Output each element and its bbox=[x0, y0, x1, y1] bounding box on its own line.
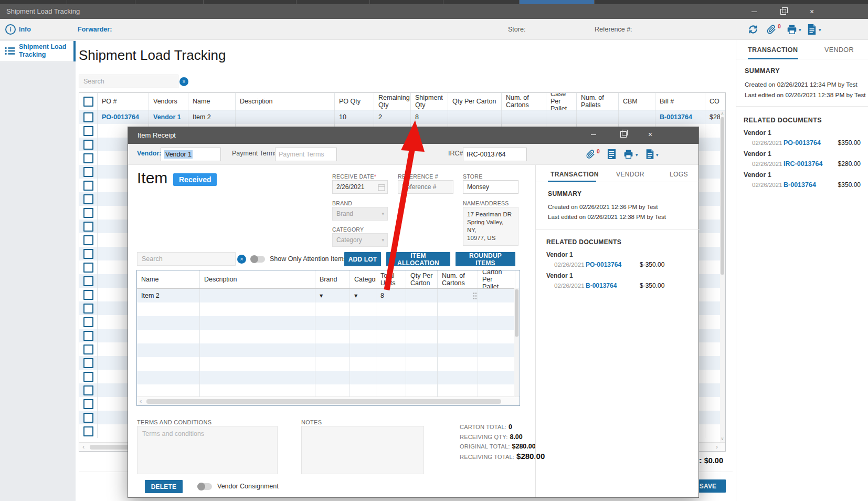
top-tab[interactable] bbox=[370, 0, 443, 4]
row-checkbox[interactable] bbox=[83, 385, 93, 395]
row-checkbox[interactable] bbox=[83, 358, 93, 368]
cell-carton-per-pallet[interactable] bbox=[478, 289, 515, 302]
col-header[interactable]: Vendors bbox=[149, 93, 188, 110]
close-button[interactable]: × bbox=[803, 4, 821, 19]
cell-total-units[interactable]: 8 bbox=[376, 289, 406, 302]
sidebar-item-shipment-load-tracking[interactable]: Shipment LoadTracking bbox=[0, 41, 76, 62]
receive-date-input[interactable]: 2/26/2021 bbox=[332, 180, 388, 194]
refresh-icon[interactable] bbox=[747, 24, 759, 35]
col-header[interactable]: Carton Per Pallet bbox=[478, 270, 515, 288]
minimize-button[interactable] bbox=[745, 4, 763, 19]
vendor-link[interactable]: Vendor 1 bbox=[153, 113, 181, 121]
terms-textarea[interactable] bbox=[137, 426, 278, 474]
row-checkbox[interactable] bbox=[83, 276, 93, 286]
scroll-left-icon[interactable]: ‹ bbox=[82, 443, 84, 451]
dialog-maximize-button[interactable] bbox=[614, 127, 632, 142]
top-tab[interactable] bbox=[0, 0, 67, 4]
item-row[interactable] bbox=[137, 316, 515, 330]
row-checkbox[interactable] bbox=[83, 153, 93, 163]
add-lot-button[interactable]: ADD LOT bbox=[344, 252, 381, 266]
reference-input[interactable] bbox=[398, 180, 453, 194]
cell-qty-per-carton[interactable] bbox=[406, 289, 438, 302]
print-icon[interactable] bbox=[623, 149, 634, 160]
print-caret-icon[interactable]: ▾ bbox=[799, 27, 801, 33]
row-checkbox[interactable] bbox=[83, 167, 93, 177]
row-checkbox[interactable] bbox=[83, 222, 93, 232]
scroll-down-icon[interactable]: ∨ bbox=[720, 436, 725, 441]
row-checkbox[interactable] bbox=[83, 399, 93, 409]
tab-transaction[interactable]: TRANSACTION bbox=[551, 171, 599, 178]
doc-link[interactable]: B-0013764 bbox=[784, 181, 816, 189]
row-checkbox[interactable] bbox=[83, 249, 93, 259]
attachment-icon[interactable] bbox=[766, 24, 777, 35]
category-select[interactable]: Category▾ bbox=[332, 233, 388, 247]
col-header[interactable]: Qty Per Carton bbox=[448, 93, 502, 110]
col-header[interactable]: Name bbox=[188, 93, 236, 110]
item-table-horizontal-scrollbar[interactable]: ‹ bbox=[137, 396, 520, 405]
item-row[interactable] bbox=[137, 330, 515, 343]
vendor-consignment-toggle[interactable] bbox=[197, 483, 212, 490]
document-caret-icon[interactable]: ▾ bbox=[819, 27, 821, 33]
col-header[interactable]: Num. of Cartons bbox=[502, 93, 546, 110]
irc-input[interactable] bbox=[463, 148, 527, 161]
row-checkbox[interactable] bbox=[83, 126, 93, 136]
item-row[interactable]: Item 2 ▾ ▾ 8 bbox=[137, 289, 515, 302]
row-checkbox[interactable] bbox=[83, 345, 93, 354]
tab-vendor[interactable]: VENDOR bbox=[824, 46, 854, 54]
col-header[interactable]: Remaining Qty bbox=[374, 93, 411, 110]
category-cell-caret-icon[interactable]: ▾ bbox=[354, 292, 357, 299]
vendor-input[interactable]: Vendor 1 bbox=[161, 148, 221, 161]
doc-link[interactable]: PO-0013764 bbox=[586, 261, 621, 268]
po-link[interactable]: PO-0013764 bbox=[102, 113, 139, 121]
document-icon[interactable] bbox=[645, 149, 654, 160]
cell-description[interactable] bbox=[200, 289, 315, 302]
col-header[interactable]: CBM bbox=[619, 93, 655, 110]
attention-toggle[interactable] bbox=[250, 256, 265, 263]
doc-link[interactable]: PO-0013764 bbox=[784, 139, 821, 147]
payment-terms-input[interactable] bbox=[275, 148, 337, 161]
row-checkbox[interactable] bbox=[83, 208, 93, 218]
top-tab[interactable] bbox=[297, 0, 370, 4]
brand-select[interactable]: Brand▾ bbox=[332, 207, 388, 221]
row-checkbox[interactable] bbox=[83, 317, 93, 327]
search-clear-icon[interactable]: × bbox=[179, 77, 188, 86]
row-checkbox[interactable] bbox=[83, 235, 93, 245]
top-tab[interactable] bbox=[204, 0, 297, 4]
document-caret-icon[interactable]: ▾ bbox=[656, 152, 659, 158]
tab-vendor[interactable]: VENDOR bbox=[616, 171, 644, 178]
row-checkbox[interactable] bbox=[83, 426, 93, 436]
bill-link[interactable]: B-0013764 bbox=[660, 113, 692, 121]
col-header[interactable]: Category bbox=[350, 270, 376, 288]
brand-cell-caret-icon[interactable]: ▾ bbox=[320, 292, 323, 299]
col-header[interactable]: PO Qty bbox=[335, 93, 374, 110]
info-link[interactable]: Info bbox=[19, 26, 31, 33]
col-header[interactable]: Num. of Pallets bbox=[577, 93, 619, 110]
col-header[interactable]: CO bbox=[705, 93, 725, 110]
top-tab[interactable] bbox=[67, 0, 135, 4]
col-header[interactable]: Qty Per Carton bbox=[406, 270, 438, 288]
row-checkbox[interactable] bbox=[83, 112, 93, 122]
grid-vertical-scrollbar[interactable]: ∧ ∨ bbox=[720, 111, 725, 442]
row-checkbox[interactable] bbox=[83, 140, 93, 150]
row-checkbox[interactable] bbox=[83, 413, 93, 423]
item-row[interactable] bbox=[137, 343, 515, 357]
store-input[interactable]: Monsey bbox=[463, 180, 518, 194]
search-input[interactable] bbox=[79, 75, 178, 88]
calendar-icon[interactable] bbox=[378, 183, 385, 195]
document-icon[interactable] bbox=[807, 24, 817, 35]
row-checkbox[interactable] bbox=[83, 290, 93, 300]
scroll-up-icon[interactable]: ∧ bbox=[720, 111, 725, 116]
col-header[interactable]: Num. of Cartons bbox=[438, 270, 478, 288]
col-header[interactable]: PO # bbox=[98, 93, 149, 110]
receipt-icon[interactable] bbox=[607, 149, 616, 160]
col-header[interactable]: Case Per Pallet bbox=[546, 93, 577, 110]
row-checkbox[interactable] bbox=[83, 181, 93, 191]
table-row[interactable]: PO-0013764 Vendor 1 Item 2 10 2 8 B-0013… bbox=[79, 110, 725, 124]
doc-link[interactable]: B-0013764 bbox=[586, 282, 617, 289]
scroll-left-icon[interactable]: ‹ bbox=[140, 397, 142, 405]
name-address-box[interactable]: 17 Pearlman DR Spring Valley, NY, 10977,… bbox=[463, 207, 518, 246]
top-tab[interactable] bbox=[443, 0, 520, 4]
col-header[interactable]: Description bbox=[236, 93, 335, 110]
top-tab-active[interactable] bbox=[520, 0, 595, 4]
roundup-items-button[interactable]: ROUNDUP ITEMS bbox=[456, 252, 515, 266]
